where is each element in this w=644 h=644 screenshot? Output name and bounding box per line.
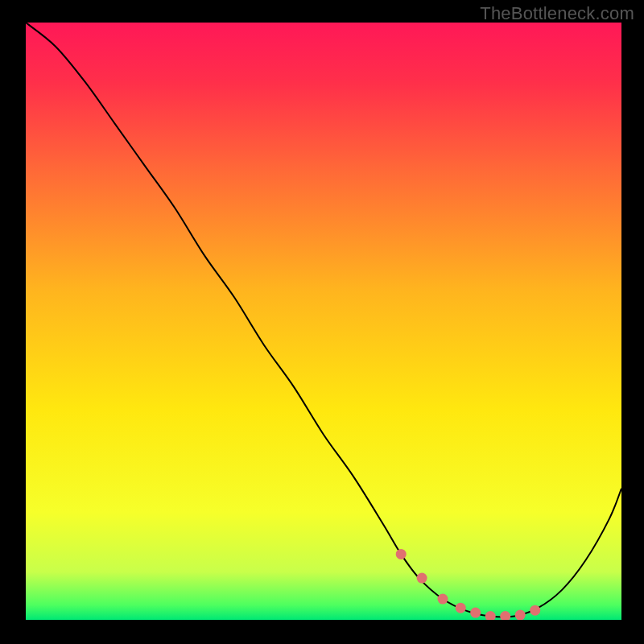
chart-marker-dot <box>417 573 427 584</box>
chart-marker-dot <box>438 594 448 605</box>
chart-plot-area <box>26 23 621 620</box>
watermark-text: TheBottleneck.com <box>480 3 634 24</box>
chart-svg <box>26 23 621 620</box>
chart-background <box>26 23 621 620</box>
chart-marker-dot <box>456 603 466 613</box>
chart-marker-dot <box>530 605 540 616</box>
chart-marker-dot <box>396 549 407 559</box>
chart-marker-dot <box>470 608 481 618</box>
chart-marker-dot <box>515 610 526 620</box>
